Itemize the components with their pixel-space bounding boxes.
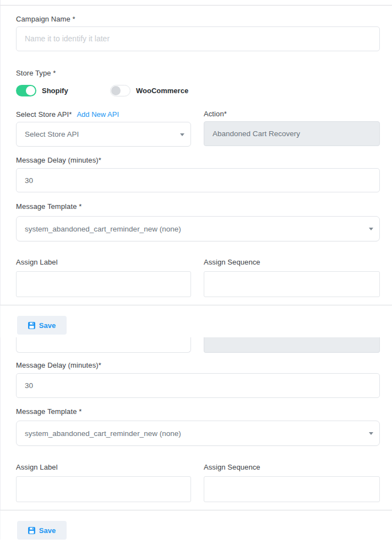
action-field-disabled: Abandoned Cart Recovery xyxy=(204,121,380,146)
select-store-api-label: Select Store API* xyxy=(16,111,72,119)
add-new-api-link[interactable]: Add New API xyxy=(77,110,119,119)
campaign-form-card-2: Message Delay (minutes)* Message Templat… xyxy=(0,337,392,510)
assign-label-label: Assign Label xyxy=(16,464,191,471)
store-type-label: Store Type * xyxy=(16,69,380,77)
store-api-selected-value: Select Store API xyxy=(25,130,79,138)
message-template-select[interactable]: system_abandoned_cart_reminder_new (none… xyxy=(16,216,380,241)
save-button[interactable]: Save xyxy=(17,521,67,540)
campaign-form-card-1: Campaign Name * Store Type * Shopify Woo… xyxy=(0,6,392,305)
shopify-toggle-group[interactable]: Shopify xyxy=(16,85,110,96)
message-delay-input[interactable] xyxy=(16,373,380,398)
chevron-down-icon xyxy=(369,228,373,230)
assign-label-label: Assign Label xyxy=(16,259,191,266)
assign-sequence-input[interactable] xyxy=(204,271,380,297)
assign-sequence-input[interactable] xyxy=(204,476,380,502)
store-api-select-cropped[interactable] xyxy=(16,337,191,353)
assign-label-input[interactable] xyxy=(16,271,191,297)
message-template-label: Message Template * xyxy=(16,408,380,416)
woocommerce-toggle[interactable] xyxy=(110,85,130,96)
shopify-toggle[interactable] xyxy=(16,85,36,96)
cropped-fields-row xyxy=(16,337,380,353)
save-icon xyxy=(28,322,35,329)
assign-label-input[interactable] xyxy=(16,476,191,502)
save-button-label: Save xyxy=(39,526,56,535)
campaign-name-input[interactable] xyxy=(16,26,380,51)
assign-sequence-label: Assign Sequence xyxy=(204,464,380,471)
woocommerce-toggle-group[interactable]: WooCommerce xyxy=(110,85,188,96)
campaign-settings-page: Campaign Name * Store Type * Shopify Woo… xyxy=(0,0,392,549)
store-type-toggle-row: Shopify WooCommerce xyxy=(16,84,380,96)
message-template-selected-value: system_abandoned_cart_reminder_new (none… xyxy=(25,429,181,438)
toggle-knob xyxy=(26,86,35,95)
store-api-select[interactable]: Select Store API xyxy=(16,122,191,147)
woocommerce-toggle-label: WooCommerce xyxy=(136,87,188,95)
message-template-label: Message Template * xyxy=(16,203,380,211)
save-row-1: Save xyxy=(0,305,392,337)
message-delay-label: Message Delay (minutes)* xyxy=(16,157,380,164)
save-button[interactable]: Save xyxy=(17,316,67,335)
save-icon xyxy=(28,527,35,534)
toggle-knob xyxy=(111,86,121,95)
action-label: Action* xyxy=(204,110,380,118)
shopify-toggle-label: Shopify xyxy=(42,87,68,95)
save-row-2: Save xyxy=(0,510,392,540)
action-value: Abandoned Cart Recovery xyxy=(213,130,300,138)
message-delay-label: Message Delay (minutes)* xyxy=(16,362,380,369)
message-template-select[interactable]: system_abandoned_cart_reminder_new (none… xyxy=(16,421,380,446)
message-template-selected-value: system_abandoned_cart_reminder_new (none… xyxy=(25,225,181,233)
save-button-label: Save xyxy=(39,321,56,330)
action-field-cropped xyxy=(204,337,380,353)
chevron-down-icon xyxy=(369,432,373,435)
message-delay-input[interactable] xyxy=(16,168,380,192)
campaign-name-label: Campaign Name * xyxy=(16,15,380,23)
previous-card-bottom-edge xyxy=(0,0,392,6)
chevron-down-icon xyxy=(180,133,184,136)
assign-sequence-label: Assign Sequence xyxy=(204,259,380,266)
